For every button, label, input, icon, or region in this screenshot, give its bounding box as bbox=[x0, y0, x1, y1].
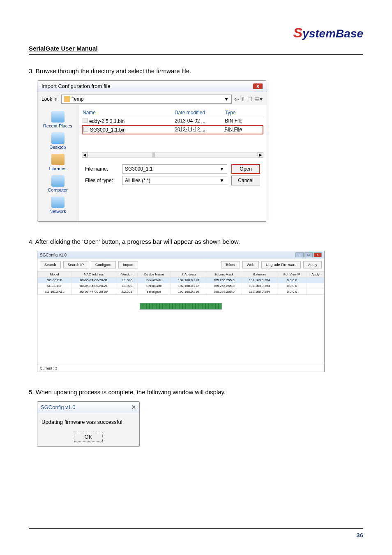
back-icon[interactable]: ⇦ bbox=[234, 96, 239, 102]
folder-icon bbox=[64, 96, 70, 102]
th-apply[interactable]: Apply bbox=[307, 272, 324, 278]
places-sidebar: Recent Places Desktop Libraries Computer… bbox=[37, 105, 78, 221]
search-button[interactable]: Search bbox=[40, 261, 61, 268]
open-button[interactable]: Open bbox=[231, 164, 260, 174]
search-ip-button[interactable]: Search IP bbox=[63, 261, 89, 268]
scroll-track[interactable] bbox=[88, 152, 258, 158]
filetype-select[interactable]: All files (*.*)▼ bbox=[122, 176, 227, 185]
window-controls: – □ x bbox=[295, 252, 322, 257]
sidebar-libraries[interactable]: Libraries bbox=[39, 154, 76, 171]
table-row[interactable]: SG-1010/ALL00-05-F4-00-20-592.2.203seria… bbox=[38, 289, 324, 295]
minimize-icon[interactable]: – bbox=[295, 252, 304, 257]
scroll-thumb[interactable] bbox=[152, 153, 155, 157]
libraries-icon bbox=[51, 154, 65, 165]
dialog-toolbar: ⇦ ⇧ ☐ ☰▾ bbox=[234, 96, 263, 102]
th-portview[interactable]: PortView IP bbox=[277, 272, 307, 278]
th-ip[interactable]: IP Address bbox=[171, 272, 206, 278]
desktop-icon bbox=[51, 132, 65, 144]
step-4: 4. After clicking the ‘Open’ button, a p… bbox=[29, 238, 363, 245]
close-icon[interactable]: ✕ bbox=[131, 404, 136, 410]
lookin-select[interactable]: Temp ▼ bbox=[61, 95, 232, 104]
lookin-value: Temp bbox=[71, 96, 83, 102]
th-subnet[interactable]: Subnet Mask bbox=[206, 272, 242, 278]
new-folder-icon[interactable]: ☐ bbox=[247, 96, 253, 102]
file-list-header: Name Date modified Type bbox=[82, 109, 263, 117]
upgrade-firmware-button[interactable]: Upgrade Firmware bbox=[261, 261, 301, 268]
apply-button[interactable]: Apply bbox=[303, 261, 322, 268]
file-open-dialog: Import Configuration from file X Look in… bbox=[37, 80, 267, 222]
configure-button[interactable]: Configure bbox=[91, 261, 116, 268]
network-icon bbox=[51, 197, 65, 208]
th-devicename[interactable]: Device Name bbox=[137, 272, 171, 278]
th-mac[interactable]: MAC Address bbox=[71, 272, 116, 278]
recent-icon bbox=[51, 111, 65, 123]
file-icon bbox=[83, 118, 88, 123]
logo-s: S bbox=[293, 25, 302, 40]
cancel-button[interactable]: Cancel bbox=[231, 176, 260, 185]
brand-logo: SystemBase bbox=[29, 25, 363, 41]
filename-label: File name: bbox=[85, 166, 118, 172]
close-icon[interactable]: X bbox=[253, 83, 263, 89]
sgconfig-window: SGConfig v1.0 – □ x Search Search IP Con… bbox=[37, 251, 325, 372]
computer-icon bbox=[51, 175, 65, 187]
col-date[interactable]: Date modified bbox=[175, 110, 225, 116]
ok-button[interactable]: OK bbox=[74, 432, 103, 442]
device-table: Model MAC Address Version Device Name IP… bbox=[37, 271, 324, 295]
logo-rest: ystemBase bbox=[302, 27, 363, 40]
horizontal-scrollbar[interactable]: ◀ ▶ bbox=[82, 151, 263, 159]
web-button[interactable]: Web bbox=[242, 261, 259, 268]
msgbox-title: SGConfig v1.0 bbox=[41, 404, 76, 410]
filetype-label: Files of type: bbox=[85, 178, 118, 183]
up-icon[interactable]: ⇧ bbox=[241, 96, 246, 102]
filename-input[interactable]: SG3000_1.1▼ bbox=[122, 164, 227, 173]
sidebar-computer[interactable]: Computer bbox=[39, 175, 76, 192]
file-row[interactable]: eddy-2.5.3.1.bin 2013-04-02 ... BIN File bbox=[82, 117, 263, 125]
sidebar-desktop[interactable]: Desktop bbox=[39, 132, 76, 150]
col-type[interactable]: Type bbox=[225, 110, 263, 116]
view-icon[interactable]: ☰▾ bbox=[254, 96, 263, 102]
file-row-selected[interactable]: SG3000_1.1.bin 2013-11-12 ... BIN File bbox=[82, 125, 263, 134]
th-model[interactable]: Model bbox=[38, 272, 71, 278]
doc-title: SerialGate User Manual bbox=[29, 45, 363, 52]
step-5: 5. When updating process is complete, th… bbox=[29, 388, 363, 395]
status-bar: Current : 3 bbox=[37, 365, 324, 372]
sidebar-network[interactable]: Network bbox=[39, 197, 76, 214]
import-button[interactable]: Import bbox=[118, 261, 138, 268]
col-name[interactable]: Name bbox=[83, 110, 175, 116]
page-number: 36 bbox=[29, 532, 363, 539]
close-icon[interactable]: x bbox=[314, 252, 322, 257]
table-row[interactable]: SG-3011P00-05-F4-00-20-311.1.020SerialGa… bbox=[38, 278, 324, 283]
step-3: 3. Browse through the directory and sele… bbox=[29, 67, 363, 74]
lookin-label: Look in: bbox=[42, 96, 59, 102]
header-rule bbox=[29, 54, 363, 55]
telnet-button[interactable]: Telnet bbox=[221, 261, 240, 268]
maximize-icon[interactable]: □ bbox=[304, 252, 313, 257]
file-icon bbox=[83, 127, 88, 132]
sidebar-recent-places[interactable]: Recent Places bbox=[39, 111, 76, 128]
progress-bar bbox=[140, 303, 222, 310]
th-version[interactable]: Version bbox=[116, 272, 137, 278]
scroll-left-icon[interactable]: ◀ bbox=[82, 152, 88, 158]
success-dialog: SGConfig v1.0 ✕ Updating firmware was su… bbox=[37, 401, 140, 447]
dialog-title: Import Configuration from file bbox=[42, 83, 111, 89]
msgbox-text: Updating firmware was successful bbox=[37, 413, 139, 429]
th-gateway[interactable]: Gateway bbox=[242, 272, 277, 278]
window-title: SGConfig v1.0 bbox=[40, 253, 67, 257]
footer-rule bbox=[29, 528, 363, 529]
table-row[interactable]: SG-3011P00-05-F4-00-20-211.1.020SerialGa… bbox=[38, 283, 324, 289]
scroll-right-icon[interactable]: ▶ bbox=[258, 152, 263, 158]
